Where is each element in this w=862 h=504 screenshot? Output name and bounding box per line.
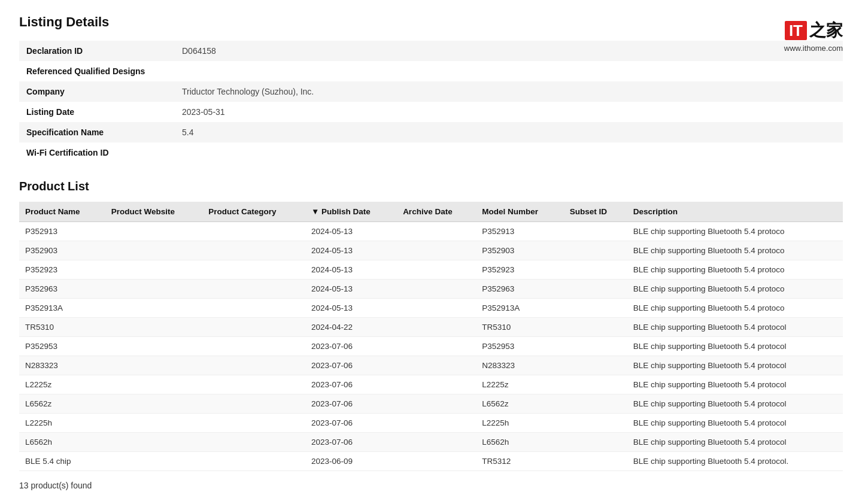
product-website-cell [105, 337, 203, 356]
table-row: P3529232024-05-13P352923BLE chip support… [19, 260, 843, 280]
product-column-header[interactable]: ▼ Publish Date [305, 202, 397, 222]
archive-date-cell [397, 452, 476, 471]
product-table: Product NameProduct WebsiteProduct Categ… [19, 202, 843, 471]
subset-id-cell [564, 433, 627, 452]
detail-label: Wi-Fi Certification ID [19, 142, 175, 163]
description-cell: BLE chip supporting Bluetooth 5.4 protoc… [627, 394, 843, 414]
subset-id-cell [564, 452, 627, 471]
description-cell: BLE chip supporting Bluetooth 5.4 protoc… [627, 318, 843, 337]
publish-date-cell: 2023-07-06 [305, 394, 397, 414]
table-row: P3529632024-05-13P352963BLE chip support… [19, 280, 843, 299]
detail-label: Declaration ID [19, 41, 175, 61]
table-row: P352913A2024-05-13P352913ABLE chip suppo… [19, 299, 843, 318]
it-logo-box: IT [785, 21, 807, 40]
product-name-cell: P352913 [19, 222, 105, 241]
description-cell: BLE chip supporting Bluetooth 5.4 protoc… [627, 260, 843, 280]
archive-date-cell [397, 414, 476, 433]
product-name-cell: P352923 [19, 260, 105, 280]
product-category-cell [202, 394, 305, 414]
listing-detail-row: Wi-Fi Certification ID [19, 142, 843, 163]
model-number-cell: P352913A [476, 299, 564, 318]
publish-date-cell: 2024-05-13 [305, 241, 397, 260]
model-number-cell: L2225h [476, 414, 564, 433]
detail-label: Company [19, 81, 175, 102]
table-row: L6562z2023-07-06L6562zBLE chip supportin… [19, 394, 843, 414]
description-cell: BLE chip supporting Bluetooth 5.4 protoc… [627, 433, 843, 452]
publish-date-cell: 2024-05-13 [305, 222, 397, 241]
product-name-cell: L6562z [19, 394, 105, 414]
description-cell: BLE chip supporting Bluetooth 5.4 protoc… [627, 375, 843, 394]
detail-value: 2023-05-31 [175, 102, 843, 122]
detail-label: Listing Date [19, 102, 175, 122]
product-category-cell [202, 299, 305, 318]
product-column-header: Product Website [105, 202, 203, 222]
product-website-cell [105, 375, 203, 394]
subset-id-cell [564, 222, 627, 241]
product-website-cell [105, 452, 203, 471]
model-number-cell: P352923 [476, 260, 564, 280]
product-category-cell [202, 318, 305, 337]
archive-date-cell [397, 318, 476, 337]
description-cell: BLE chip supporting Bluetooth 5.4 protoc… [627, 299, 843, 318]
subset-id-cell [564, 375, 627, 394]
publish-date-cell: 2023-06-09 [305, 452, 397, 471]
product-column-header: Model Number [476, 202, 564, 222]
publish-date-cell: 2024-05-13 [305, 299, 397, 318]
publish-date-cell: 2024-05-13 [305, 280, 397, 299]
it-logo-text: IT [789, 22, 803, 40]
publish-date-cell: 2024-04-22 [305, 318, 397, 337]
product-website-cell [105, 241, 203, 260]
archive-date-cell [397, 375, 476, 394]
product-category-cell [202, 337, 305, 356]
publish-date-cell: 2023-07-06 [305, 414, 397, 433]
product-website-cell [105, 356, 203, 375]
watermark-logo: IT 之家 [785, 19, 843, 42]
product-name-cell: L2225z [19, 375, 105, 394]
archive-date-cell [397, 356, 476, 375]
archive-date-cell [397, 241, 476, 260]
subset-id-cell [564, 280, 627, 299]
product-name-cell: P352963 [19, 280, 105, 299]
subset-id-cell [564, 394, 627, 414]
archive-date-cell [397, 222, 476, 241]
product-column-header: Product Name [19, 202, 105, 222]
model-number-cell: N283323 [476, 356, 564, 375]
description-cell: BLE chip supporting Bluetooth 5.4 protoc… [627, 222, 843, 241]
product-column-header: Product Category [202, 202, 305, 222]
product-website-cell [105, 394, 203, 414]
product-name-cell: N283323 [19, 356, 105, 375]
page-title: Listing Details [19, 14, 843, 30]
detail-value: D064158 [175, 41, 843, 61]
model-number-cell: P352913 [476, 222, 564, 241]
description-cell: BLE chip supporting Bluetooth 5.4 protoc… [627, 356, 843, 375]
description-cell: BLE chip supporting Bluetooth 5.4 protoc… [627, 241, 843, 260]
table-row: L2225z2023-07-06L2225zBLE chip supportin… [19, 375, 843, 394]
model-number-cell: P352963 [476, 280, 564, 299]
product-website-cell [105, 280, 203, 299]
product-list-title: Product List [19, 180, 843, 193]
product-website-cell [105, 222, 203, 241]
model-number-cell: L6562h [476, 433, 564, 452]
model-number-cell: L2225z [476, 375, 564, 394]
watermark-url: www.ithome.com [784, 44, 843, 53]
listing-detail-row: Declaration IDD064158 [19, 41, 843, 61]
product-category-cell [202, 414, 305, 433]
table-row: TR53102024-04-22TR5310BLE chip supportin… [19, 318, 843, 337]
product-category-cell [202, 241, 305, 260]
model-number-cell: L6562z [476, 394, 564, 414]
model-number-cell: TR5310 [476, 318, 564, 337]
table-row: L6562h2023-07-06L6562hBLE chip supportin… [19, 433, 843, 452]
publish-date-cell: 2023-07-06 [305, 356, 397, 375]
model-number-cell: P352903 [476, 241, 564, 260]
subset-id-cell [564, 414, 627, 433]
subset-id-cell [564, 241, 627, 260]
product-name-cell: TR5310 [19, 318, 105, 337]
listing-detail-row: CompanyTriductor Technology (Suzhou), In… [19, 81, 843, 102]
product-category-cell [202, 433, 305, 452]
product-name-cell: L2225h [19, 414, 105, 433]
product-count: 13 product(s) found [19, 481, 843, 490]
archive-date-cell [397, 299, 476, 318]
product-website-cell [105, 414, 203, 433]
product-category-cell [202, 280, 305, 299]
listing-detail-row: Specification Name5.4 [19, 122, 843, 142]
